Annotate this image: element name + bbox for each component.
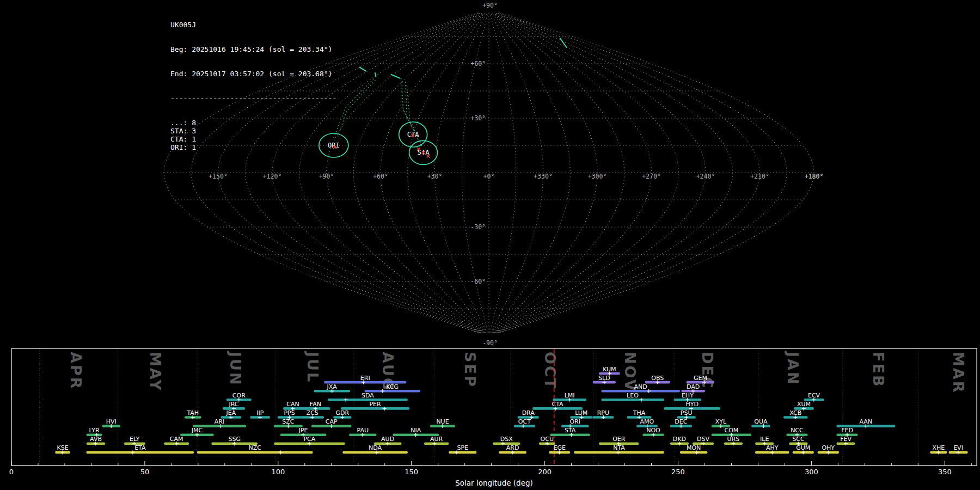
shower-code-label: OCT [518,418,531,425]
month-label-DEC: DEC [699,352,716,390]
shower-code-label: PER [369,401,381,408]
lon-label: +180° [805,173,824,180]
shower-bar-NDA: NDA [342,444,408,454]
shower-bar-NOO: NOO [642,427,664,437]
shower-code-label: JEA [225,409,236,416]
shower-code-label: ELY [130,436,140,443]
x-tick-label: 200 [538,468,552,476]
shower-bar-AHY: AHY [755,444,789,454]
shower-code-label: OER [612,436,626,443]
shower-code-label: DSX [500,436,513,443]
shower-code-label: EHY [682,392,694,399]
shower-bar-MON: MON [680,444,707,454]
shower-code-label: FED [841,427,853,434]
shower-bar-OCU: OCU [539,436,555,445]
shower-bar-EVI: EVI [949,444,968,454]
shower-code-label: DRA [522,409,535,416]
lon-label: +90° [319,173,334,180]
shower-code-label: QUA [754,418,768,425]
lon-label: +270° [642,173,661,180]
shower-code-label: AUD [381,436,394,443]
shower-code-label: EVI [953,444,963,451]
shower-code-label: FEV [840,436,852,443]
shower-code-label: CAP [326,418,338,425]
shower-bar-LEO: LEO [601,392,664,402]
shower-code-label: GDR [336,409,350,416]
shower-bar-NTA: NTA [574,444,664,454]
shower-bar-ETA: ETA [87,444,194,454]
shower-code-label: SCC [792,436,805,443]
session-info-panel: UK005J Beg: 20251016 19:45:24 (sol = 203… [170,4,336,168]
shower-bar-DEC: DEC [670,418,692,428]
shower-bar-FEV: FEV [836,436,855,445]
shower-code-label: AUR [430,436,443,443]
session-end: End: 20251017 03:57:02 (sol = 203.68°) [170,70,336,78]
shower-bar-DKD: DKD [670,436,689,445]
shower-bar-TAH: TAH [185,409,201,419]
shower-bar-AND: AND [601,383,679,393]
month-label-JAN: JAN [785,351,801,386]
shower-bar-PAU: PAU [349,427,376,437]
shower-code-label: COM [725,427,739,434]
lon-label: +30° [427,173,443,180]
shower-code-label: LUM [575,409,587,416]
shower-code-label: JRC [228,401,238,408]
lon-label: +120° [263,173,282,180]
shower-code-label: ERI [360,375,370,382]
shower-code-label: XHE [932,444,945,451]
x-tick-label: 0 [9,468,14,476]
shower-code-label: AAN [860,418,873,425]
shower-code-label: IIP [256,409,264,416]
shower-code-label: THA [633,409,646,416]
lon-label: +0° [483,173,495,180]
shower-code-label: JPE [298,427,308,434]
shower-code-label: ETA [134,444,146,451]
session-begin: Beg: 20251016 19:45:24 (sol = 203.34°) [170,45,336,53]
shower-code-label: AHY [766,444,779,451]
shower-code-label: SLD [598,375,610,382]
count-row: STA: 3 [170,127,336,135]
shower-code-label: COR [232,392,246,399]
shower-code-label: SZC [282,418,295,425]
lat-label: +90° [482,2,498,9]
shower-code-label: NIA [411,427,421,434]
shower-code-label: XUM [797,401,811,408]
shower-code-label: XCB [789,409,801,416]
shower-bar-AUR: AUR [424,436,449,445]
shower-code-label: ARI [215,418,224,425]
meteor-observation-screen: UK005J Beg: 20251016 19:45:24 (sol = 203… [0,0,980,490]
shower-code-label: PCA [303,436,315,443]
shower-code-label: FAN [310,401,321,408]
shower-code-label: ILE [760,436,769,443]
month-label-SEP: SEP [462,352,479,388]
radiant-map: +180°+150°+120°+90°+60°+30°+0°+330°+300°… [0,0,980,348]
shower-bar-CAM: CAM [164,436,189,445]
shower-bar-NZC: NZC [197,444,313,454]
shower-code-label: XYL [715,418,727,425]
shower-code-label: STA [565,427,576,434]
count-row: CTA: 1 [170,135,336,143]
lon-label: +210° [750,173,769,180]
shower-counts: ...: 8STA: 3CTA: 1ORI: 1 [170,119,336,151]
shower-bar-SDA: SDA [328,392,408,402]
month-label-MAR: MAR [950,352,967,394]
lat-label: -60° [470,278,486,285]
shower-bar-NUE: NUE [430,418,455,428]
x-tick-label: 250 [671,468,685,476]
shower-code-label: NZC [248,444,261,451]
shower-code-label: SDA [362,392,374,399]
lat-label: -30° [470,223,486,231]
shower-code-label: URS [727,436,740,443]
shower-bar-XHE: XHE [930,444,947,454]
shower-bars: KUMERISLDOBSGEMJXAKCGANDDADCORSDALMILEOE… [55,366,967,455]
shower-code-label: LEO [627,392,639,399]
shower-bar-AVB: AVB [87,436,106,445]
x-tick-label: 100 [271,468,285,476]
shower-code-label: DAD [687,383,700,390]
shower-code-label: CTA [552,401,564,408]
shower-bar-PER: PER [341,401,409,411]
shower-bar-EGE: EGE [549,444,570,454]
shower-code-label: PAU [357,427,369,434]
shower-code-label: GUM [796,444,810,451]
month-label-OCT: OCT [542,352,559,390]
